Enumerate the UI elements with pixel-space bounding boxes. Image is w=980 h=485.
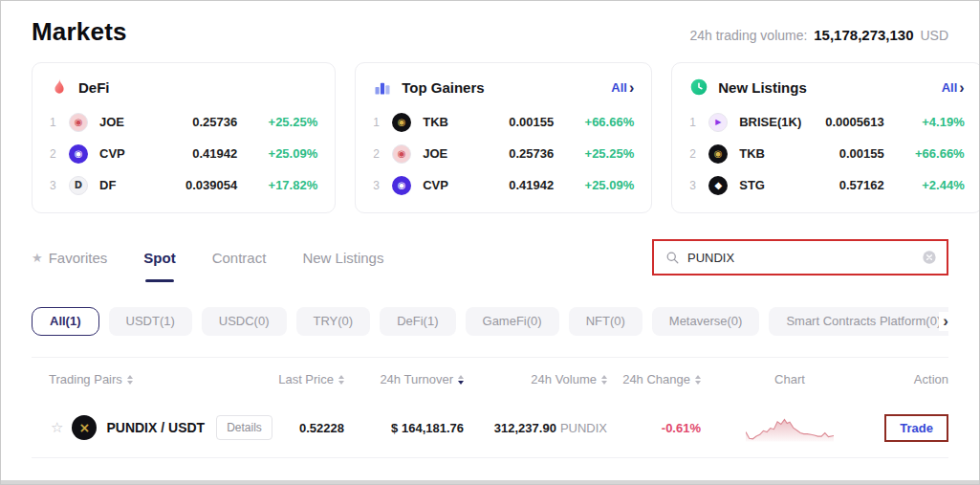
market-cards: DeFi › 1 ◉ JOE 0.25736 +25.25% 2 ◉ CVP 0… — [32, 62, 948, 213]
coin-price: 0.41942 — [185, 146, 237, 161]
trading-volume: 24h trading volume: 15,178,273,130 USD — [689, 27, 948, 47]
turnover-cell: $ 164,181.76 — [344, 421, 464, 435]
all-link[interactable]: All› — [942, 80, 965, 95]
column-header-chart[interactable]: Chart — [701, 372, 879, 386]
coin-change: +17.82% — [245, 178, 317, 192]
all-link[interactable]: All› — [611, 80, 634, 95]
column-header-action[interactable]: Action — [879, 372, 948, 386]
column-header-trading-pairs[interactable]: Trading Pairs — [32, 372, 237, 386]
coin-change: +2.44% — [892, 178, 965, 192]
card-title: DeFi — [78, 79, 110, 96]
tab-contract[interactable]: Contract — [212, 250, 267, 266]
clear-search-icon[interactable] — [922, 250, 937, 265]
coin-row-joe[interactable]: 2 ◉ JOE 0.25736 +25.25% — [373, 138, 634, 169]
column-header-24h-volume[interactable]: 24h Volume — [464, 372, 607, 386]
coin-symbol: JOE — [99, 115, 178, 129]
filter-chip-all-1[interactable]: All(1) — [32, 307, 99, 336]
pair-name: PUNDIX / USDT — [106, 420, 205, 435]
tab-label: New Listings — [302, 250, 383, 266]
tab-new-listings[interactable]: New Listings — [302, 250, 383, 266]
coin-row-cvp[interactable]: 2 ◉ CVP 0.41942 +25.09% — [50, 138, 317, 169]
coin-icon: ◉ — [392, 176, 411, 195]
coin-rank: 1 — [689, 116, 701, 129]
coin-row-brise-1k[interactable]: 1 ▶ BRISE(1K) 0.0005613 +4.19% — [689, 106, 964, 138]
chart-cell — [701, 413, 879, 442]
card-title: Top Gainers — [402, 79, 484, 96]
coin-symbol: CVP — [99, 146, 178, 161]
table-row: ☆ × PUNDIX / USDT Details 0.52228 $ 164,… — [32, 396, 948, 458]
coin-change: +4.19% — [892, 115, 965, 129]
coin-row-joe[interactable]: 1 ◉ JOE 0.25736 +25.25% — [50, 106, 317, 138]
coin-icon: ▶ — [708, 113, 728, 132]
pundix-coin-icon: × — [72, 415, 97, 440]
coin-icon: ◉ — [708, 144, 728, 164]
coin-symbol: DF — [99, 178, 178, 192]
trade-button[interactable]: Trade — [886, 416, 947, 440]
search-annotation-box — [652, 239, 948, 276]
coin-rank: 1 — [50, 116, 61, 129]
price-sparkline — [746, 413, 834, 442]
volume-value: 15,178,273,130 — [814, 27, 913, 43]
filter-chip-smart-contracts-platform-0[interactable]: Smart Contracts Platform(0) — [769, 307, 948, 336]
tab-spot[interactable]: Spot — [143, 250, 175, 266]
filter-chip-nft-0[interactable]: NFT(0) — [569, 307, 642, 336]
coin-row-tkb[interactable]: 1 ◉ TKB 0.00155 +66.66% — [373, 106, 634, 138]
volume-label: 24h trading volume: — [689, 28, 807, 43]
change-cell: -0.61% — [607, 421, 701, 435]
coin-symbol: BRISE(1K) — [739, 115, 817, 129]
coin-price: 0.25736 — [509, 146, 554, 161]
favorite-star-icon[interactable]: ☆ — [51, 419, 63, 436]
filter-chip-try-0[interactable]: TRY(0) — [296, 307, 371, 336]
coin-price: 0.039054 — [185, 178, 237, 192]
column-header-last-price[interactable]: Last Price — [237, 372, 344, 386]
coin-price: 0.00155 — [509, 115, 554, 129]
coin-row-df[interactable]: 3 D DF 0.039054 +17.82% — [50, 169, 317, 201]
search-icon — [665, 251, 680, 265]
filter-chip-usdc-0[interactable]: USDC(0) — [202, 307, 287, 336]
bar-chart-icon — [373, 77, 392, 97]
card-new-listings: New Listings All› 1 ▶ BRISE(1K) 0.000561… — [671, 62, 980, 213]
sort-icon[interactable] — [127, 375, 133, 385]
column-header-24h-change[interactable]: 24h Change — [607, 372, 701, 386]
card-top-gainers: Top Gainers All› 1 ◉ TKB 0.00155 +66.66%… — [355, 62, 652, 213]
coin-change: +25.25% — [561, 146, 634, 161]
page-title: Markets — [32, 17, 127, 47]
flame-icon — [50, 77, 69, 97]
search-input[interactable] — [687, 251, 922, 265]
coin-rank: 2 — [50, 147, 61, 161]
coin-rank: 2 — [373, 147, 384, 161]
market-tabs: ★ Favorites Spot Contract New Listings — [32, 250, 383, 266]
coin-symbol: CVP — [423, 178, 501, 192]
coin-row-tkb[interactable]: 2 ◉ TKB 0.00155 +66.66% — [689, 138, 964, 169]
tab-label: Favorites — [49, 250, 108, 266]
chips-scroll-chevron-icon[interactable]: › — [939, 312, 948, 331]
filter-chip-gamefi-0[interactable]: GameFi(0) — [466, 307, 559, 336]
clock-icon — [689, 77, 708, 97]
coin-price: 0.41942 — [509, 178, 554, 192]
coin-row-stg[interactable]: 3 ◆ STG 0.57162 +2.44% — [689, 169, 964, 201]
card-title: New Listings — [718, 79, 807, 96]
markets-page: Markets 24h trading volume: 15,178,273,1… — [1, 1, 979, 458]
coin-symbol: TKB — [739, 146, 817, 161]
filter-chip-usdt-1[interactable]: USDT(1) — [109, 307, 192, 336]
coin-rank: 3 — [50, 179, 61, 192]
coin-change: +25.09% — [561, 178, 634, 192]
chevron-right-icon: › — [629, 81, 634, 94]
action-cell: Trade — [879, 414, 948, 442]
coin-symbol: JOE — [423, 146, 501, 161]
filter-chip-defi-1[interactable]: DeFi(1) — [380, 307, 455, 336]
coin-price: 0.25736 — [185, 115, 237, 129]
coin-row-cvp[interactable]: 3 ◉ CVP 0.41942 +25.09% — [373, 169, 634, 201]
tab-favorites[interactable]: ★ Favorites — [32, 250, 107, 266]
coin-icon: ◆ — [708, 176, 728, 195]
filter-chips-row: All(1)USDT(1)USDC(0)TRY(0)DeFi(1)GameFi(… — [32, 307, 948, 336]
filter-chip-metaverse-0[interactable]: Metaverse(0) — [652, 307, 760, 336]
volume-amount: 312,237.90 — [494, 421, 556, 435]
coin-change: +66.66% — [561, 115, 634, 129]
coin-rank: 1 — [373, 116, 384, 129]
coin-price: 0.57162 — [825, 178, 883, 192]
column-header-24h-turnover[interactable]: 24h Turnover — [344, 372, 464, 386]
coin-change: +66.66% — [892, 146, 965, 161]
top-bar: Markets 24h trading volume: 15,178,273,1… — [32, 1, 948, 47]
coin-icon: ◉ — [69, 144, 88, 164]
